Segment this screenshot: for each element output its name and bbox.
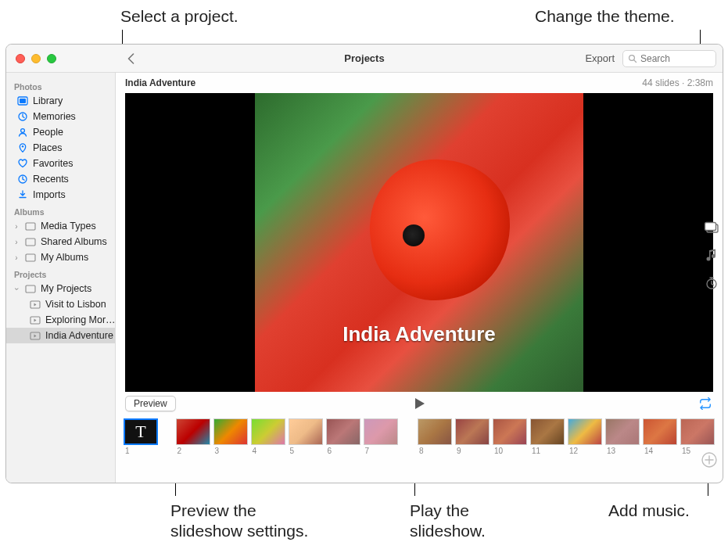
folder-icon: [25, 238, 36, 246]
sidebar-item-favorites[interactable]: Favorites: [6, 156, 115, 171]
sidebar-item-label: Library: [33, 95, 63, 106]
thumb-number: 14: [643, 447, 653, 455]
sidebar-item-shared-albums[interactable]: › Shared Albums: [6, 234, 115, 249]
folder-icon: [25, 285, 36, 293]
thumbnail-6[interactable]: 6: [326, 418, 360, 455]
theme-button[interactable]: [704, 221, 719, 234]
close-window-button[interactable]: [16, 54, 25, 63]
sidebar-item-label: Media Types: [41, 221, 96, 232]
project-title: India Adventure: [125, 77, 195, 88]
thumb-number: 9: [455, 447, 461, 455]
search-field[interactable]: [622, 50, 716, 67]
thumbnail-4[interactable]: 4: [251, 418, 285, 455]
preview-overlay-title: India Adventure: [125, 322, 713, 346]
callout-select-project: Select a project.: [120, 6, 238, 27]
sidebar-item-my-albums[interactable]: › My Albums: [6, 249, 115, 265]
thumb-number: 8: [418, 447, 424, 455]
svg-rect-11: [26, 285, 35, 293]
heart-icon: [17, 158, 28, 169]
play-button[interactable]: [412, 397, 426, 411]
sidebar-header-albums: Albums: [6, 203, 115, 218]
slideshow-preview[interactable]: India Adventure: [125, 93, 713, 392]
thumbnail-14[interactable]: 14: [643, 418, 677, 455]
thumbnail-11[interactable]: 11: [530, 418, 565, 455]
filmstrip[interactable]: T 1 2 3 4 5 6 7 8 9 10 11 12 13 14 15: [116, 415, 723, 461]
sidebar-item-imports[interactable]: Imports: [6, 187, 115, 203]
thumb-number: 1: [124, 447, 130, 455]
search-input[interactable]: [640, 53, 703, 64]
sidebar-item-media-types[interactable]: › Media Types: [6, 218, 115, 234]
sidebar-item-india-adventure[interactable]: India Adventure: [6, 328, 115, 343]
sidebar-item-memories[interactable]: Memories: [6, 109, 115, 124]
add-photos-button[interactable]: [701, 451, 718, 468]
sidebar-item-label: Imports: [33, 189, 66, 200]
download-icon: [17, 189, 28, 200]
sidebar-item-my-projects[interactable]: › My Projects: [6, 281, 115, 296]
thumbnail-12[interactable]: 12: [568, 418, 602, 455]
thumbnail-9[interactable]: 9: [455, 418, 490, 455]
library-icon: [17, 96, 28, 106]
thumb-number: 2: [176, 447, 182, 455]
thumbnail-3[interactable]: 3: [213, 418, 248, 455]
minimize-window-button[interactable]: [31, 54, 41, 63]
thumbnail-7[interactable]: 7: [364, 418, 398, 455]
sidebar-item-recents[interactable]: Recents: [6, 171, 115, 187]
project-header: India Adventure 44 slides · 2:38m: [116, 73, 723, 92]
title-slide-thumb: T: [124, 418, 158, 445]
thumb-number: 7: [364, 447, 370, 455]
clock-icon: [17, 174, 28, 185]
thumb-number: 15: [680, 447, 690, 455]
memories-icon: [17, 111, 28, 122]
folder-icon: [25, 222, 36, 231]
svg-rect-3: [20, 99, 26, 103]
thumbnail-10[interactable]: 10: [493, 418, 527, 455]
thumbnail-8[interactable]: 8: [418, 418, 452, 455]
project-status: 44 slides · 2:38m: [642, 77, 713, 88]
thumbnail-15[interactable]: 15: [680, 418, 715, 455]
sidebar: Photos Library Memories People: [6, 73, 116, 483]
thumb-number: 3: [213, 447, 220, 455]
svg-rect-8: [26, 223, 35, 230]
main-content: India Adventure 44 slides · 2:38m India …: [116, 73, 723, 483]
callout-change-theme: Change the theme.: [535, 6, 675, 27]
loop-button[interactable]: [698, 397, 713, 410]
chevron-right-icon: ›: [13, 222, 20, 231]
slideshow-icon: [30, 316, 41, 325]
sidebar-item-label: Memories: [33, 111, 76, 122]
thumbnail-5[interactable]: 5: [289, 418, 323, 455]
sidebar-item-label: People: [33, 127, 63, 138]
sidebar-item-label: Exploring Mor…: [45, 314, 115, 325]
back-button[interactable]: [127, 53, 136, 64]
sidebar-header-photos: Photos: [6, 77, 115, 93]
callout-preview-settings: Preview the slideshow settings.: [170, 501, 308, 542]
slideshow-icon: [30, 300, 41, 309]
svg-point-6: [22, 145, 23, 147]
slideshow-icon: [30, 332, 41, 340]
thumb-number: 13: [605, 447, 615, 455]
people-icon: [17, 127, 28, 138]
traffic-lights: [16, 54, 56, 63]
music-button[interactable]: [705, 248, 718, 262]
thumbnail-1[interactable]: T 1: [124, 418, 158, 455]
duration-button[interactable]: [705, 276, 719, 290]
zoom-window-button[interactable]: [47, 54, 56, 63]
places-icon: [17, 142, 28, 153]
sidebar-item-label: Recents: [33, 174, 69, 185]
export-button[interactable]: Export: [585, 52, 615, 64]
thumb-number: 5: [289, 447, 295, 455]
sidebar-item-places[interactable]: Places: [6, 140, 115, 156]
thumbnail-2[interactable]: 2: [176, 418, 210, 455]
preview-button[interactable]: Preview: [125, 396, 176, 411]
window-titlebar: Projects Export: [6, 45, 723, 73]
thumbnail-13[interactable]: 13: [605, 418, 640, 455]
chevron-right-icon: ›: [13, 238, 20, 246]
app-window: Projects Export Photos Library: [5, 44, 723, 483]
sidebar-item-people[interactable]: People: [6, 124, 115, 140]
sidebar-item-label: Favorites: [33, 158, 73, 169]
sidebar-item-exploring[interactable]: Exploring Mor…: [6, 312, 115, 328]
sidebar-item-label: My Projects: [41, 283, 91, 294]
sidebar-item-library[interactable]: Library: [6, 93, 115, 109]
callout-add-music: Add music.: [608, 501, 690, 521]
thumb-number: 10: [493, 447, 503, 455]
sidebar-item-visit-lisbon[interactable]: Visit to Lisbon: [6, 296, 115, 312]
